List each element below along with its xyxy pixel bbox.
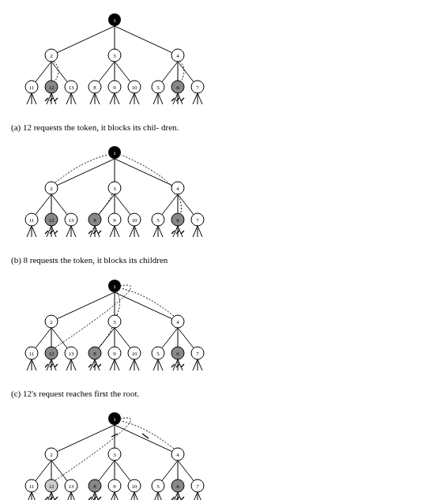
svg-text:8: 8 (93, 351, 96, 357)
svg-text:4: 4 (176, 53, 179, 59)
svg-text:1: 1 (113, 17, 116, 24)
svg-text:6: 6 (176, 217, 179, 224)
svg-line-159 (32, 359, 36, 370)
svg-text:2: 2 (50, 186, 53, 192)
svg-line-255 (193, 492, 198, 500)
figure-grid: 1 2 3 4 11 12 13 8 9 10 5 6 7 (a) 12 req… (8, 8, 440, 500)
svg-line-245 (115, 492, 119, 500)
svg-line-169 (110, 359, 115, 370)
svg-text:4: 4 (176, 186, 179, 192)
svg-line-103 (158, 226, 163, 237)
svg-line-26 (115, 93, 119, 104)
caption-c: (c) 12's request reaches first the root. (8, 388, 221, 399)
svg-line-14 (32, 93, 36, 104)
svg-line-23 (95, 93, 100, 104)
svg-text:9: 9 (113, 217, 116, 224)
svg-line-110 (45, 231, 48, 234)
svg-line-83 (27, 226, 32, 237)
svg-line-89 (66, 226, 71, 237)
svg-line-73 (115, 159, 178, 188)
svg-line-262 (55, 497, 58, 500)
svg-text:9: 9 (113, 85, 116, 91)
panel-d: 1 2 3 4 11 12 13 8 9 10 5 6 7 (d) The ro… (8, 407, 221, 500)
svg-text:13: 13 (69, 217, 75, 224)
svg-text:3: 3 (113, 53, 116, 59)
svg-line-12 (27, 93, 32, 104)
svg-text:6: 6 (176, 483, 179, 490)
svg-text:9: 9 (113, 351, 116, 357)
svg-line-239 (71, 492, 76, 500)
svg-text:10: 10 (132, 483, 138, 490)
svg-text:8: 8 (93, 217, 96, 224)
svg-line-24 (110, 93, 115, 104)
svg-line-107 (193, 226, 198, 237)
svg-text:3: 3 (113, 186, 116, 192)
svg-line-2 (115, 26, 178, 55)
svg-text:3: 3 (113, 452, 116, 458)
svg-line-97 (115, 226, 119, 237)
svg-line-249 (153, 492, 158, 500)
svg-line-181 (193, 359, 198, 370)
svg-text:10: 10 (132, 217, 138, 224)
tree-c: 1 2 3 4 11 12 13 8 9 10 5 6 7 (8, 274, 221, 385)
svg-line-38 (198, 93, 202, 104)
svg-text:11: 11 (29, 85, 35, 91)
svg-line-116 (171, 231, 175, 234)
svg-line-115 (98, 231, 101, 234)
svg-text:5: 5 (156, 483, 160, 490)
svg-line-85 (32, 226, 36, 237)
svg-line-190 (171, 364, 175, 367)
svg-line-246 (130, 492, 134, 500)
tree-b: 1 2 3 4 11 12 13 8 9 10 5 6 7 (8, 141, 221, 251)
svg-text:13: 13 (69, 351, 75, 357)
svg-line-268 (181, 497, 184, 500)
svg-line-263 (88, 497, 92, 500)
svg-line-18 (66, 93, 71, 104)
svg-line-165 (71, 359, 76, 370)
svg-line-21 (90, 93, 95, 104)
svg-line-95 (110, 226, 115, 237)
svg-text:7: 7 (196, 217, 199, 224)
svg-text:11: 11 (29, 351, 35, 357)
caption-b: (b) 8 requests the token, it blocks its … (8, 254, 221, 265)
svg-line-100 (134, 226, 139, 237)
svg-line-174 (134, 359, 139, 370)
svg-line-27 (130, 93, 134, 104)
svg-line-266 (171, 497, 175, 500)
svg-text:4: 4 (176, 319, 179, 325)
svg-text:7: 7 (196, 351, 199, 357)
svg-text:1: 1 (113, 284, 116, 290)
svg-line-118 (181, 231, 184, 234)
svg-line-189 (98, 364, 101, 367)
svg-line-237 (66, 492, 71, 500)
svg-text:12: 12 (49, 351, 55, 357)
svg-text:2: 2 (50, 319, 53, 325)
svg-line-233 (32, 492, 36, 500)
svg-line-163 (66, 359, 71, 370)
svg-line-29 (134, 93, 139, 104)
svg-text:7: 7 (196, 85, 199, 91)
svg-text:12: 12 (49, 85, 55, 91)
svg-line-101 (153, 226, 158, 237)
svg-line-20 (71, 93, 76, 104)
svg-line-175 (153, 359, 158, 370)
svg-text:11: 11 (29, 217, 35, 224)
svg-text:6: 6 (176, 351, 179, 357)
svg-line-32 (158, 93, 163, 104)
svg-line-172 (130, 359, 134, 370)
svg-line-248 (134, 492, 139, 500)
svg-line-145 (51, 292, 115, 321)
panel-a: 1 2 3 4 11 12 13 8 9 10 5 6 7 (a) 12 req… (8, 8, 221, 133)
svg-line-41 (55, 98, 58, 101)
svg-text:7: 7 (196, 483, 199, 490)
svg-line-192 (181, 364, 184, 367)
caption-a: (a) 12 requests the token, it blocks its… (8, 122, 221, 133)
svg-text:10: 10 (132, 85, 138, 91)
svg-line-231 (27, 492, 32, 500)
svg-line-109 (198, 226, 202, 237)
tree-a: 1 2 3 4 11 12 13 8 9 10 5 6 7 (8, 8, 221, 118)
svg-text:10: 10 (132, 351, 138, 357)
svg-line-36 (193, 93, 198, 104)
svg-line-30 (153, 93, 158, 104)
svg-line-187 (88, 364, 92, 367)
